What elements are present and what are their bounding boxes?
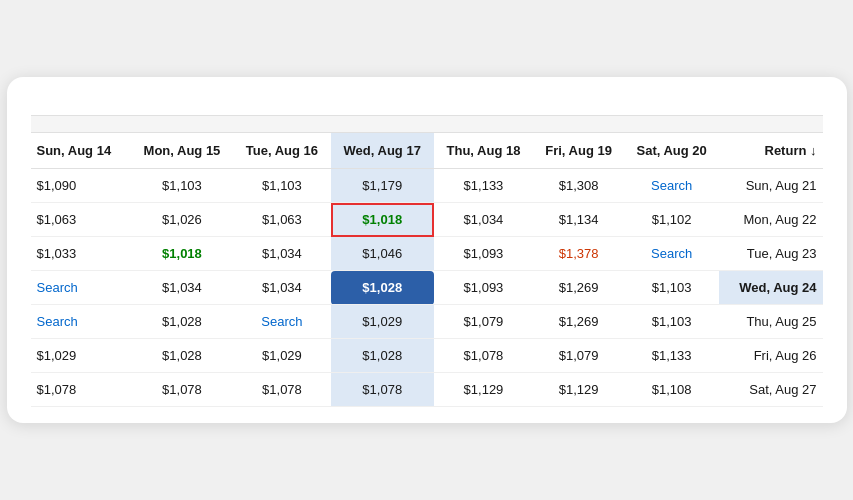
cell-6-5: $1,129: [533, 373, 624, 407]
cell-1-4: $1,034: [434, 203, 533, 237]
table-row: $1,029$1,028$1,029$1,028$1,078$1,079$1,1…: [31, 339, 823, 373]
departure-label: [31, 116, 823, 133]
cell-1-1: $1,026: [131, 203, 234, 237]
cell-6-2: $1,078: [233, 373, 330, 407]
col-header-4: Thu, Aug 18: [434, 133, 533, 169]
cell-2-6[interactable]: Search: [624, 237, 719, 271]
cell-4-3: $1,029: [331, 305, 434, 339]
cell-0-3: $1,179: [331, 169, 434, 203]
table-row: Search$1,034$1,034$1,028$1,093$1,269$1,1…: [31, 271, 823, 305]
table-row: $1,078$1,078$1,078$1,078$1,129$1,129$1,1…: [31, 373, 823, 407]
cell-2-0: $1,033: [31, 237, 131, 271]
cell-5-4: $1,078: [434, 339, 533, 373]
cell-6-0: $1,078: [31, 373, 131, 407]
cell-1-2: $1,063: [233, 203, 330, 237]
cell-4-6: $1,103: [624, 305, 719, 339]
cell-1-6: $1,102: [624, 203, 719, 237]
cell-6-1: $1,078: [131, 373, 234, 407]
cell-3-2: $1,034: [233, 271, 330, 305]
col-header-2: Tue, Aug 16: [233, 133, 330, 169]
cell-3-0[interactable]: Search: [31, 271, 131, 305]
cell-5-5: $1,079: [533, 339, 624, 373]
cell-3-5: $1,269: [533, 271, 624, 305]
cell-2-1: $1,018: [131, 237, 234, 271]
cell-2-3: $1,046: [331, 237, 434, 271]
cell-6-6: $1,108: [624, 373, 719, 407]
price-table: Sun, Aug 14Mon, Aug 15Tue, Aug 16Wed, Au…: [31, 115, 823, 407]
col-header-3: Wed, Aug 17: [331, 133, 434, 169]
return-date-6: Sat, Aug 27: [719, 373, 822, 407]
table-row: $1,063$1,026$1,063$1,018$1,034$1,134$1,1…: [31, 203, 823, 237]
cell-5-0: $1,029: [31, 339, 131, 373]
cell-3-3[interactable]: $1,028: [331, 271, 434, 305]
return-col-header: Return ↓: [719, 133, 822, 169]
table-row: $1,033$1,018$1,034$1,046$1,093$1,378Sear…: [31, 237, 823, 271]
cell-5-1: $1,028: [131, 339, 234, 373]
cell-4-1: $1,028: [131, 305, 234, 339]
cell-4-0[interactable]: Search: [31, 305, 131, 339]
cell-2-5: $1,378: [533, 237, 624, 271]
price-table-wrapper: Sun, Aug 14Mon, Aug 15Tue, Aug 16Wed, Au…: [31, 115, 823, 407]
cell-4-2[interactable]: Search: [233, 305, 330, 339]
return-date-1: Mon, Aug 22: [719, 203, 822, 237]
cell-0-0: $1,090: [31, 169, 131, 203]
return-date-0: Sun, Aug 21: [719, 169, 822, 203]
column-header-row: Sun, Aug 14Mon, Aug 15Tue, Aug 16Wed, Au…: [31, 133, 823, 169]
cell-0-4: $1,133: [434, 169, 533, 203]
cell-1-3[interactable]: $1,018: [331, 203, 434, 237]
col-header-5: Fri, Aug 19: [533, 133, 624, 169]
cell-0-6[interactable]: Search: [624, 169, 719, 203]
return-date-5: Fri, Aug 26: [719, 339, 822, 373]
cell-6-3: $1,078: [331, 373, 434, 407]
cell-3-4: $1,093: [434, 271, 533, 305]
cell-0-2: $1,103: [233, 169, 330, 203]
table-row: $1,090$1,103$1,103$1,179$1,133$1,308Sear…: [31, 169, 823, 203]
cell-5-2: $1,029: [233, 339, 330, 373]
col-header-6: Sat, Aug 20: [624, 133, 719, 169]
cell-6-4: $1,129: [434, 373, 533, 407]
flexible-dates-card: Sun, Aug 14Mon, Aug 15Tue, Aug 16Wed, Au…: [7, 77, 847, 423]
col-header-0: Sun, Aug 14: [31, 133, 131, 169]
return-date-2: Tue, Aug 23: [719, 237, 822, 271]
departure-label-row: [31, 116, 823, 133]
cell-5-3: $1,028: [331, 339, 434, 373]
cell-1-5: $1,134: [533, 203, 624, 237]
table-row: Search$1,028Search$1,029$1,079$1,269$1,1…: [31, 305, 823, 339]
return-date-3: Wed, Aug 24: [719, 271, 822, 305]
cell-1-0: $1,063: [31, 203, 131, 237]
cell-4-4: $1,079: [434, 305, 533, 339]
cell-2-4: $1,093: [434, 237, 533, 271]
cell-4-5: $1,269: [533, 305, 624, 339]
cell-2-2: $1,034: [233, 237, 330, 271]
return-date-4: Thu, Aug 25: [719, 305, 822, 339]
cell-0-5: $1,308: [533, 169, 624, 203]
card-header: [31, 97, 823, 99]
cell-5-6: $1,133: [624, 339, 719, 373]
col-header-1: Mon, Aug 15: [131, 133, 234, 169]
cell-3-6: $1,103: [624, 271, 719, 305]
cell-0-1: $1,103: [131, 169, 234, 203]
cell-3-1: $1,034: [131, 271, 234, 305]
